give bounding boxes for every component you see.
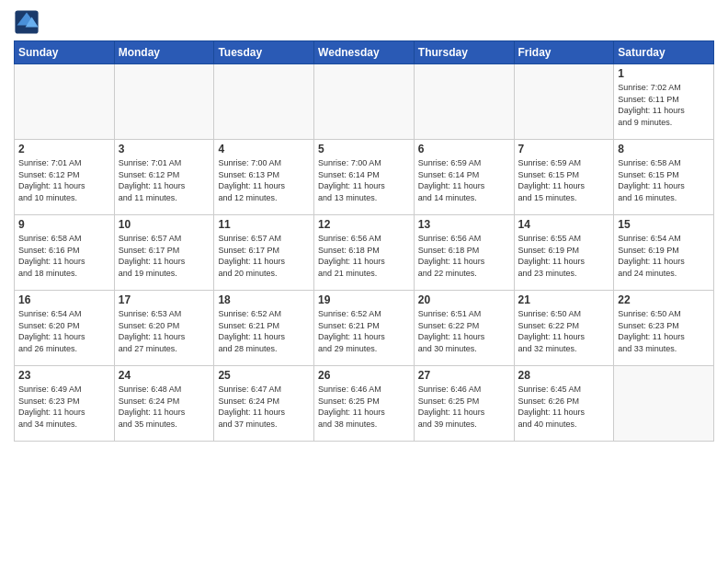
- day-number: 3: [119, 143, 210, 155]
- day-info: Sunrise: 6:58 AM Sunset: 6:15 PM Dayligh…: [618, 157, 710, 203]
- day-number: 20: [418, 293, 510, 306]
- day-number: 8: [618, 143, 710, 155]
- day-info: Sunrise: 6:49 AM Sunset: 6:23 PM Dayligh…: [18, 384, 110, 430]
- calendar-cell: 27Sunrise: 6:46 AM Sunset: 6:25 PM Dayli…: [414, 366, 514, 442]
- day-number: 28: [518, 369, 610, 382]
- calendar-cell: 24Sunrise: 6:48 AM Sunset: 6:24 PM Dayli…: [114, 366, 214, 442]
- calendar-cell: 26Sunrise: 6:46 AM Sunset: 6:25 PM Dayli…: [314, 366, 415, 442]
- day-info: Sunrise: 6:58 AM Sunset: 6:16 PM Dayligh…: [18, 233, 110, 279]
- calendar-cell: 6Sunrise: 6:59 AM Sunset: 6:14 PM Daylig…: [414, 140, 514, 215]
- calendar-cell: [114, 64, 214, 140]
- calendar-cell: 14Sunrise: 6:55 AM Sunset: 6:19 PM Dayli…: [514, 215, 614, 291]
- calendar-cell: 4Sunrise: 7:00 AM Sunset: 6:13 PM Daylig…: [214, 140, 314, 215]
- weekday-header-sunday: Sunday: [15, 41, 115, 64]
- week-row-2: 2Sunrise: 7:01 AM Sunset: 6:12 PM Daylig…: [15, 140, 714, 215]
- week-row-3: 9Sunrise: 6:58 AM Sunset: 6:16 PM Daylig…: [15, 215, 714, 291]
- calendar-cell: [15, 64, 115, 140]
- calendar-cell: 9Sunrise: 6:58 AM Sunset: 6:16 PM Daylig…: [15, 215, 115, 291]
- day-info: Sunrise: 7:01 AM Sunset: 6:12 PM Dayligh…: [18, 157, 110, 203]
- calendar-cell: 18Sunrise: 6:52 AM Sunset: 6:21 PM Dayli…: [214, 291, 314, 366]
- day-info: Sunrise: 6:47 AM Sunset: 6:24 PM Dayligh…: [218, 384, 310, 430]
- day-info: Sunrise: 6:56 AM Sunset: 6:18 PM Dayligh…: [418, 233, 510, 279]
- week-row-4: 16Sunrise: 6:54 AM Sunset: 6:20 PM Dayli…: [15, 291, 714, 366]
- day-number: 16: [18, 293, 110, 306]
- calendar-cell: 12Sunrise: 6:56 AM Sunset: 6:18 PM Dayli…: [314, 215, 415, 291]
- day-info: Sunrise: 6:46 AM Sunset: 6:25 PM Dayligh…: [418, 384, 510, 430]
- calendar-cell: 1Sunrise: 7:02 AM Sunset: 6:11 PM Daylig…: [614, 64, 714, 140]
- weekday-header-monday: Monday: [114, 41, 214, 64]
- day-number: 12: [318, 218, 410, 231]
- day-info: Sunrise: 7:00 AM Sunset: 6:14 PM Dayligh…: [318, 157, 410, 203]
- calendar-cell: 19Sunrise: 6:52 AM Sunset: 6:21 PM Dayli…: [314, 291, 415, 366]
- day-info: Sunrise: 7:00 AM Sunset: 6:13 PM Dayligh…: [218, 157, 310, 203]
- calendar-cell: 8Sunrise: 6:58 AM Sunset: 6:15 PM Daylig…: [614, 140, 714, 215]
- logo-icon: [14, 9, 40, 35]
- calendar-cell: [214, 64, 314, 140]
- day-number: 6: [418, 143, 510, 155]
- calendar-cell: [614, 366, 714, 442]
- day-info: Sunrise: 6:51 AM Sunset: 6:22 PM Dayligh…: [418, 308, 510, 354]
- day-number: 19: [318, 293, 410, 306]
- day-info: Sunrise: 7:02 AM Sunset: 6:11 PM Dayligh…: [618, 82, 710, 128]
- calendar-cell: 11Sunrise: 6:57 AM Sunset: 6:17 PM Dayli…: [214, 215, 314, 291]
- day-info: Sunrise: 6:59 AM Sunset: 6:14 PM Dayligh…: [418, 157, 510, 203]
- calendar-cell: 16Sunrise: 6:54 AM Sunset: 6:20 PM Dayli…: [15, 291, 115, 366]
- day-info: Sunrise: 6:57 AM Sunset: 6:17 PM Dayligh…: [218, 233, 310, 279]
- day-number: 5: [318, 143, 410, 155]
- calendar-table: SundayMondayTuesdayWednesdayThursdayFrid…: [14, 40, 714, 442]
- day-info: Sunrise: 6:54 AM Sunset: 6:19 PM Dayligh…: [618, 233, 710, 279]
- weekday-header-row: SundayMondayTuesdayWednesdayThursdayFrid…: [15, 41, 714, 64]
- calendar-cell: 3Sunrise: 7:01 AM Sunset: 6:12 PM Daylig…: [114, 140, 214, 215]
- day-info: Sunrise: 6:56 AM Sunset: 6:18 PM Dayligh…: [318, 233, 410, 279]
- logo: [14, 9, 41, 35]
- day-number: 7: [518, 143, 610, 155]
- calendar-cell: 13Sunrise: 6:56 AM Sunset: 6:18 PM Dayli…: [414, 215, 514, 291]
- weekday-header-saturday: Saturday: [614, 41, 714, 64]
- header: [14, 9, 714, 35]
- day-info: Sunrise: 6:59 AM Sunset: 6:15 PM Dayligh…: [518, 157, 610, 203]
- weekday-header-tuesday: Tuesday: [214, 41, 314, 64]
- day-number: 4: [218, 143, 310, 155]
- day-number: 24: [119, 369, 210, 382]
- page: SundayMondayTuesdayWednesdayThursdayFrid…: [0, 0, 728, 563]
- calendar-cell: 15Sunrise: 6:54 AM Sunset: 6:19 PM Dayli…: [614, 215, 714, 291]
- day-number: 15: [618, 218, 710, 231]
- day-number: 18: [218, 293, 310, 306]
- day-number: 11: [218, 218, 310, 231]
- calendar-cell: 10Sunrise: 6:57 AM Sunset: 6:17 PM Dayli…: [114, 215, 214, 291]
- day-number: 25: [218, 369, 310, 382]
- weekday-header-wednesday: Wednesday: [314, 41, 415, 64]
- day-number: 9: [18, 218, 110, 231]
- day-info: Sunrise: 6:52 AM Sunset: 6:21 PM Dayligh…: [218, 308, 310, 354]
- calendar-cell: 20Sunrise: 6:51 AM Sunset: 6:22 PM Dayli…: [414, 291, 514, 366]
- calendar-cell: 22Sunrise: 6:50 AM Sunset: 6:23 PM Dayli…: [614, 291, 714, 366]
- day-info: Sunrise: 6:55 AM Sunset: 6:19 PM Dayligh…: [518, 233, 610, 279]
- day-info: Sunrise: 6:45 AM Sunset: 6:26 PM Dayligh…: [518, 384, 610, 430]
- day-info: Sunrise: 6:46 AM Sunset: 6:25 PM Dayligh…: [318, 384, 410, 430]
- calendar-cell: 21Sunrise: 6:50 AM Sunset: 6:22 PM Dayli…: [514, 291, 614, 366]
- calendar-cell: 2Sunrise: 7:01 AM Sunset: 6:12 PM Daylig…: [15, 140, 115, 215]
- calendar-cell: 23Sunrise: 6:49 AM Sunset: 6:23 PM Dayli…: [15, 366, 115, 442]
- day-info: Sunrise: 6:54 AM Sunset: 6:20 PM Dayligh…: [18, 308, 110, 354]
- day-number: 14: [518, 218, 610, 231]
- day-number: 17: [119, 293, 210, 306]
- calendar-cell: [514, 64, 614, 140]
- day-number: 26: [318, 369, 410, 382]
- day-info: Sunrise: 6:50 AM Sunset: 6:22 PM Dayligh…: [518, 308, 610, 354]
- calendar-cell: [314, 64, 415, 140]
- weekday-header-thursday: Thursday: [414, 41, 514, 64]
- day-info: Sunrise: 6:48 AM Sunset: 6:24 PM Dayligh…: [119, 384, 210, 430]
- calendar-cell: 5Sunrise: 7:00 AM Sunset: 6:14 PM Daylig…: [314, 140, 415, 215]
- day-info: Sunrise: 7:01 AM Sunset: 6:12 PM Dayligh…: [119, 157, 210, 203]
- calendar-cell: 17Sunrise: 6:53 AM Sunset: 6:20 PM Dayli…: [114, 291, 214, 366]
- day-number: 2: [18, 143, 110, 155]
- day-number: 13: [418, 218, 510, 231]
- day-info: Sunrise: 6:53 AM Sunset: 6:20 PM Dayligh…: [119, 308, 210, 354]
- calendar-cell: 25Sunrise: 6:47 AM Sunset: 6:24 PM Dayli…: [214, 366, 314, 442]
- week-row-5: 23Sunrise: 6:49 AM Sunset: 6:23 PM Dayli…: [15, 366, 714, 442]
- week-row-1: 1Sunrise: 7:02 AM Sunset: 6:11 PM Daylig…: [15, 64, 714, 140]
- day-number: 21: [518, 293, 610, 306]
- day-number: 10: [119, 218, 210, 231]
- day-number: 22: [618, 293, 710, 306]
- day-info: Sunrise: 6:52 AM Sunset: 6:21 PM Dayligh…: [318, 308, 410, 354]
